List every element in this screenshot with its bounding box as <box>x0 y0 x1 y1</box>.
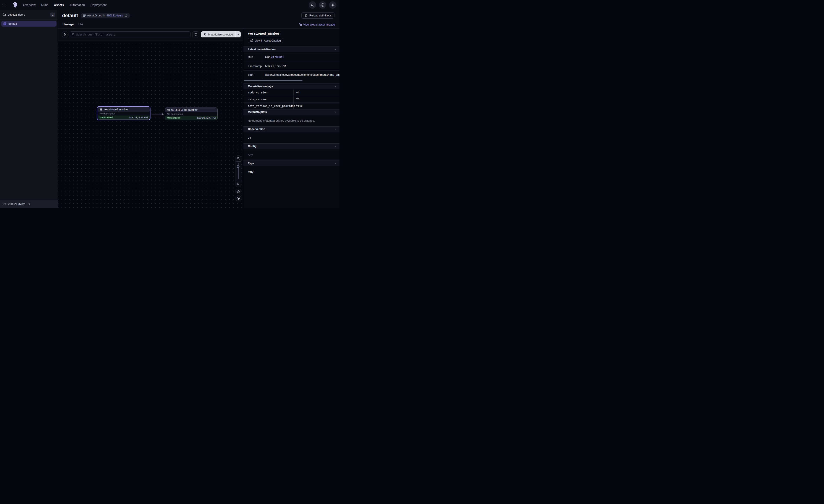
sidebar-code-location[interactable]: 250321-dvers 1 <box>0 10 58 19</box>
asset-node-description: No description <box>98 112 149 116</box>
run-id-link[interactable]: ef7800f2 <box>271 55 284 58</box>
path-link[interactable]: /Users/smackesey/stm/code/elementl/exper… <box>265 73 339 76</box>
tag-value: 20 <box>294 96 339 102</box>
reload-definitions-button[interactable]: Reload definitions <box>301 12 334 19</box>
help-button[interactable] <box>319 1 326 9</box>
table-icon <box>100 108 102 111</box>
zoom-in-icon <box>237 157 240 160</box>
section-metadata-plots[interactable]: Metadata plots <box>243 109 339 115</box>
badge-location-link[interactable]: 250321-dvers <box>107 14 123 17</box>
tag-value: v4 <box>294 89 339 96</box>
view-global-asset-lineage-link[interactable]: View global asset lineage <box>299 23 335 26</box>
materialize-dropdown-button[interactable] <box>235 31 241 37</box>
sidebar-item-label: default <box>8 22 17 25</box>
badge-prefix: Asset Group in <box>87 14 105 17</box>
asset-group-icon <box>3 22 6 25</box>
download-icon <box>237 197 240 200</box>
graph-settings-button[interactable] <box>235 189 241 194</box>
code-location-name: 250321-dvers <box>8 13 25 16</box>
section-title: Materialization tags <box>248 85 273 88</box>
download-graph-button[interactable] <box>235 196 241 201</box>
nav-item-overview[interactable]: Overview <box>23 3 35 7</box>
view-in-asset-catalog-button[interactable]: View in Asset Catalog <box>248 38 283 43</box>
refresh-graph-button[interactable] <box>192 31 199 37</box>
materialized-timestamp: Mar 21, 5:25 PM <box>197 117 216 119</box>
table-row: Run Run ef7800f2 <box>243 52 339 62</box>
section-title: Latest materialization <box>248 48 276 51</box>
settings-button[interactable] <box>329 1 336 9</box>
tag-key: code_version <box>243 89 294 96</box>
dagster-logo-icon[interactable] <box>11 2 18 8</box>
chevron-down-icon <box>237 34 239 35</box>
tab-lineage[interactable]: Lineage <box>62 21 74 28</box>
sidebar-footer[interactable]: 250321-dvers <box>0 200 58 208</box>
zoom-slider[interactable] <box>236 161 241 181</box>
section-type[interactable]: Type <box>243 160 339 166</box>
asset-search-input[interactable] <box>76 33 188 36</box>
asset-node-multiplied-number[interactable]: multiplied_number No description Materia… <box>165 108 218 120</box>
collapse-caret-icon <box>334 129 336 130</box>
row-value: /Users/smackesey/stm/code/elementl/exper… <box>263 71 339 79</box>
help-icon <box>321 3 324 7</box>
section-title: Type <box>248 162 254 165</box>
search-button[interactable] <box>309 1 316 9</box>
section-materialization-tags[interactable]: Materialization tags <box>243 84 339 89</box>
tab-list[interactable]: List <box>78 21 83 28</box>
asset-node-status-row: Materialized Mar 21, 5:25 PM <box>98 116 149 119</box>
lineage-edge-arrow <box>151 111 166 117</box>
search-icon <box>72 33 75 36</box>
lineage-column: Materialize selected <box>58 28 243 208</box>
materialize-sparkle-icon <box>203 33 207 36</box>
expand-sidebar-panel-button[interactable] <box>62 31 68 37</box>
view-in-asset-catalog-label: View in Asset Catalog <box>254 39 281 42</box>
zoom-slider-thumb[interactable] <box>237 165 239 168</box>
asset-node-status-row: Materialized Mar 21, 5:25 PM <box>165 116 217 120</box>
metadata-plots-empty-text: No numeric metadata entries available to… <box>243 115 339 126</box>
section-code-version[interactable]: Code Version <box>243 126 339 132</box>
scrollbar-thumb[interactable] <box>244 80 302 81</box>
hamburger-menu-icon[interactable] <box>3 2 9 8</box>
materialized-status: Materialized <box>100 116 113 119</box>
lineage-toolbar: Materialize selected <box>58 28 243 40</box>
latest-materialization-table: Run Run ef7800f2 Timestamp Mar 21, 5:25 … <box>243 52 339 79</box>
sidebar-item-default-group[interactable]: default <box>1 21 57 27</box>
zoom-out-button[interactable] <box>236 181 241 187</box>
section-latest-materialization[interactable]: Latest materialization <box>243 46 339 52</box>
table-icon <box>167 109 170 111</box>
table-row: path /Users/smackesey/stm/code/elementl/… <box>243 71 339 79</box>
table-row: data_version_is_user_provided true <box>243 103 339 109</box>
folder-icon <box>3 202 6 206</box>
dagster-app: Overview Runs Assets Automation Deployme… <box>0 0 339 208</box>
search-icon <box>311 3 314 7</box>
lineage-graph-icon <box>299 23 302 26</box>
asset-detail-title: versioned_number <box>248 31 339 35</box>
nav-item-assets[interactable]: Assets <box>54 3 64 7</box>
collapse-caret-icon <box>334 86 336 87</box>
asset-detail-panel: versioned_number View in Asset Catalog L… <box>243 28 339 208</box>
main-area: default Asset Group in 250321-dvers Relo… <box>58 10 339 208</box>
table-row: data_version 20 <box>243 96 339 103</box>
asset-node-versioned-number[interactable]: versioned_number No description Material… <box>97 106 150 120</box>
nav-item-automation[interactable]: Automation <box>70 3 85 7</box>
collapse-caret-icon <box>334 49 336 50</box>
lineage-canvas[interactable]: versioned_number No description Material… <box>58 40 243 208</box>
tag-value: true <box>294 103 339 109</box>
tag-key: data_version <box>243 96 294 102</box>
asset-node-description: No description <box>165 112 217 116</box>
view-tabs: Lineage List <box>62 21 83 28</box>
sidebar: 250321-dvers 1 default 250321-dvers <box>0 10 58 208</box>
asset-node-name: versioned_number <box>104 108 129 111</box>
zoom-in-button[interactable] <box>236 156 241 161</box>
folder-icon <box>3 13 6 16</box>
nav-item-deployment[interactable]: Deployment <box>91 3 107 7</box>
footer-location-name: 250321-dvers <box>8 202 25 206</box>
row-value: Run ef7800f2 <box>263 52 339 61</box>
gear-icon <box>331 3 335 7</box>
nav-item-runs[interactable]: Runs <box>41 3 48 7</box>
asset-search-box <box>70 31 191 37</box>
run-prefix: Run <box>265 55 271 58</box>
materialize-selected-button[interactable]: Materialize selected <box>201 31 235 37</box>
config-value: Any <box>243 149 339 160</box>
primary-nav: Overview Runs Assets Automation Deployme… <box>23 3 107 7</box>
section-config[interactable]: Config <box>243 143 339 149</box>
